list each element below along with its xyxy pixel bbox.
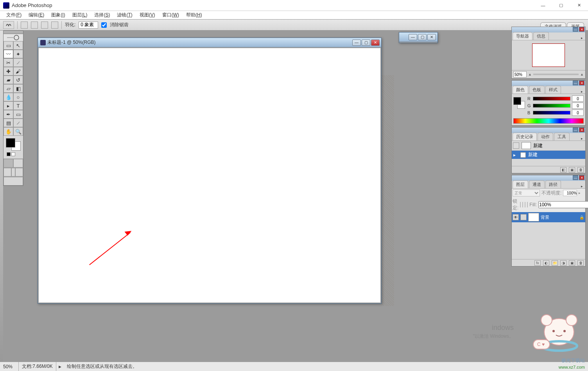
stamp-tool-icon[interactable]: ▰ [4,76,13,84]
layer-row[interactable]: 👁 背景 🔒 [512,212,585,222]
add-selection-icon[interactable] [31,22,38,29]
tab-channels[interactable]: 通道 [529,180,545,188]
close-button[interactable]: ✕ [570,0,588,11]
panel-menu-icon[interactable]: ▸ [579,36,585,40]
fg-color-icon[interactable] [513,97,521,105]
history-brush-icon[interactable]: ↺ [13,76,23,84]
zoom-slider[interactable] [533,74,579,75]
zoom-out-icon[interactable]: ▲ [528,72,532,76]
bg-doc-minimize-icon[interactable]: — [409,34,417,40]
history-snapshot[interactable]: 新建 [512,141,585,151]
r-slider[interactable] [533,97,570,101]
tab-tool-presets[interactable]: 工具 [554,133,570,140]
eraser-tool-icon[interactable]: ▱ [4,84,13,93]
quickmask-mode-icon[interactable] [13,159,23,167]
antialias-checkbox[interactable] [101,22,107,28]
menu-image[interactable]: 图象(I) [48,11,68,19]
tab-swatches[interactable]: 色板 [529,86,545,94]
subtract-selection-icon[interactable] [41,22,48,29]
link-icon[interactable] [520,214,527,220]
screen-mode-3-icon[interactable] [15,168,23,176]
lock-transparent-icon[interactable] [520,202,521,207]
lasso-tool-icon[interactable]: 〰 [4,50,13,58]
navigator-thumbnail[interactable] [532,43,565,67]
brush-tool-icon[interactable]: 🖌 [13,67,23,76]
bg-doc-maximize-icon[interactable]: ▢ [418,34,427,40]
tab-styles[interactable]: 样式 [545,86,561,94]
tab-navigator[interactable]: 导航器 [513,32,532,40]
foreground-color-icon[interactable] [6,138,15,148]
panel-menu-icon[interactable]: ▸ [579,137,585,140]
zoom-in-icon[interactable]: ▲ [580,72,584,76]
menu-window[interactable]: 窗口(W) [159,11,182,19]
swap-colors-icon[interactable] [11,152,15,156]
new-set-icon[interactable]: 📁 [552,260,558,266]
notes-tool-icon[interactable]: ▤ [4,119,13,127]
status-zoom[interactable]: 50% [0,362,19,371]
lock-position-icon[interactable] [525,202,525,207]
panel-close-icon[interactable]: ✕ [579,81,584,85]
layer-mask-icon[interactable]: ◐ [543,260,549,266]
new-selection-icon[interactable] [21,22,28,29]
panel-menu-icon[interactable]: ▸ [579,90,585,94]
marquee-tool-icon[interactable]: ▭ [4,41,13,50]
color-ramp[interactable] [513,118,584,124]
status-doc-info[interactable]: 文档:7.66M/0K [19,362,56,371]
navigator-zoom-input[interactable] [513,71,527,77]
visibility-toggle-icon[interactable]: 👁 [513,214,519,220]
screen-mode-2-icon[interactable] [11,168,16,176]
tab-history[interactable]: 历史记录 [513,133,537,140]
history-item[interactable]: ▸ 新建 [512,151,585,159]
tab-info[interactable]: 信息 [533,32,549,40]
blur-tool-icon[interactable]: 💧 [4,93,13,101]
lock-pixels-icon[interactable] [522,202,523,207]
tab-paths[interactable]: 路径 [545,180,561,188]
panel-close-icon[interactable]: ✕ [579,128,584,132]
panel-minimize-icon[interactable]: — [573,128,578,132]
menu-filter[interactable]: 滤镜(T) [114,11,135,19]
screen-mode-1-icon[interactable] [4,168,11,176]
new-snapshot-icon[interactable]: ▣ [569,167,575,173]
default-colors-icon[interactable] [7,152,11,156]
move-tool-icon[interactable]: ↖ [13,41,23,50]
r-input[interactable] [572,95,584,102]
menu-file[interactable]: 文件(F) [3,11,25,19]
feather-input[interactable] [79,22,98,29]
slice-tool-icon[interactable]: ⟋ [13,58,23,67]
pen-tool-icon[interactable]: ✒ [4,110,13,119]
menu-select[interactable]: 选择(S) [91,11,113,19]
menu-view[interactable]: 视图(V) [136,11,158,19]
gradient-tool-icon[interactable]: ◧ [13,84,23,93]
panel-menu-icon[interactable]: ▸ [579,184,585,188]
panel-minimize-icon[interactable]: — [573,27,578,32]
opacity-input[interactable] [563,190,577,196]
heal-tool-icon[interactable]: ✚ [4,67,13,76]
panel-close-icon[interactable]: ✕ [579,27,584,32]
path-select-icon[interactable]: ▸ [4,101,13,110]
jump-to-icon[interactable] [4,177,23,186]
zoom-tool-icon[interactable]: 🔍 [13,127,23,136]
bg-doc-close-icon[interactable]: ✕ [427,34,436,40]
doc-close-icon[interactable]: ✕ [371,40,380,46]
blend-mode-select[interactable]: 正常 [513,189,540,196]
delete-state-icon[interactable]: 🗑 [577,167,584,173]
menu-help[interactable]: 帮助(H) [183,11,205,19]
layer-name[interactable]: 背景 [541,214,577,220]
current-tool-icon[interactable] [3,21,14,29]
menu-layer[interactable]: 图层(L) [69,11,91,19]
lock-all-icon[interactable] [527,202,528,207]
g-slider[interactable] [533,104,570,108]
document-titlebar[interactable]: 未标题-1 @ 50%(RGB) — ▢ ✕ [38,38,381,47]
eyedropper-icon[interactable]: ⟋ [13,119,23,127]
standard-mode-icon[interactable] [4,159,13,167]
minimize-button[interactable]: — [534,0,552,11]
doc-minimize-icon[interactable]: — [352,40,361,46]
panel-close-icon[interactable]: ✕ [579,175,584,180]
shape-tool-icon[interactable]: ▭ [13,110,23,119]
tab-layers[interactable]: 图层 [513,180,528,188]
layer-style-icon[interactable]: fx [534,260,541,266]
b-slider[interactable] [533,111,570,115]
doc-maximize-icon[interactable]: ▢ [362,40,370,46]
type-tool-icon[interactable]: T [13,101,23,110]
menu-edit[interactable]: 编辑(E) [25,11,47,19]
